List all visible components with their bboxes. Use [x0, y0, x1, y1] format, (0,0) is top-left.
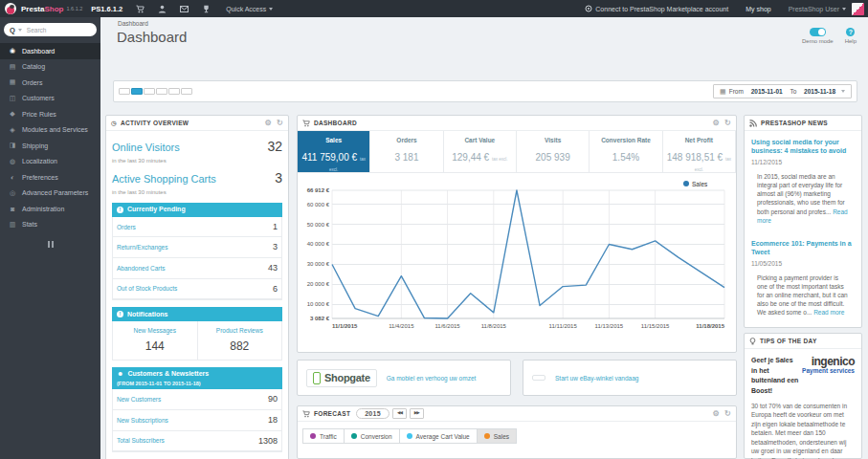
- legend-dot-icon: [310, 433, 316, 439]
- ebay-promo-link[interactable]: Start uw eBay-winkel vandaag: [555, 375, 638, 382]
- messages-icon[interactable]: [180, 5, 189, 13]
- pending-row-label[interactable]: Orders: [117, 223, 136, 231]
- customers-row-label[interactable]: Total Subscribers: [117, 436, 165, 445]
- online-visitors-link[interactable]: Online Visitors: [112, 141, 180, 155]
- news-article-title[interactable]: Using social media for your business: 4 …: [751, 138, 855, 155]
- forecast-year[interactable]: 2015: [356, 408, 389, 419]
- sidebar-item[interactable]: ◎ Advanced Parameters: [0, 186, 100, 202]
- sales-chart: 66 912 €60 000 €50 000 €40 000 €30 000 €…: [298, 173, 736, 349]
- sidebar-collapse-toggle[interactable]: [0, 241, 100, 248]
- customers-newsletters-header: ☻Customers & Newsletters (FROM 2015-11-0…: [112, 367, 282, 390]
- sidebar-item[interactable]: ◉ Dashboard: [0, 43, 100, 59]
- forecast-legend-button[interactable]: Traffic: [302, 428, 345, 444]
- pending-row-label[interactable]: Out of Stock Products: [117, 284, 177, 293]
- refresh-icon[interactable]: ↻: [724, 410, 731, 418]
- ebay-promo-card: Start uw eBay-winkel vandaag: [523, 360, 737, 396]
- notification-cell[interactable]: Product Reviews 882: [197, 321, 282, 360]
- trophy-icon[interactable]: [202, 5, 211, 13]
- gear-icon[interactable]: ⚙: [265, 120, 272, 127]
- cart-icon[interactable]: [136, 5, 145, 13]
- range-button[interactable]: [156, 88, 167, 95]
- topbar-right: Connect to PrestaShop Marketplace accoun…: [585, 3, 868, 15]
- user-avatar[interactable]: [852, 3, 864, 15]
- customers-row-label[interactable]: New Customers: [117, 395, 161, 404]
- sidebar-item[interactable]: ◨ Shipping: [0, 138, 100, 154]
- shopgate-logo[interactable]: Shopgate: [306, 369, 377, 387]
- refresh-icon[interactable]: ↻: [277, 120, 283, 127]
- search-scope-selector[interactable]: Q: [10, 26, 22, 34]
- prestashop-logo[interactable]: [5, 3, 16, 14]
- ingenico-logo[interactable]: ingenico Payment services: [795, 356, 855, 374]
- my-shop-link[interactable]: My shop: [746, 6, 770, 12]
- forecast-legend-button[interactable]: Conversion: [344, 428, 400, 444]
- range-button[interactable]: [131, 88, 143, 95]
- active-carts-value: 3: [275, 169, 282, 188]
- kpi-tile[interactable]: Sales 411 759,00 € tax excl.: [298, 131, 370, 172]
- pending-row-label[interactable]: Abandoned Carts: [117, 264, 166, 273]
- active-carts-link[interactable]: Active Shopping Carts: [112, 172, 216, 186]
- refresh-icon[interactable]: ↻: [724, 120, 731, 127]
- notification-label[interactable]: New Messages: [115, 326, 195, 335]
- sidebar-item[interactable]: ◍ Localization: [0, 154, 100, 170]
- kpi-tile[interactable]: Visits 205 939: [517, 131, 590, 172]
- forecast-legend-button[interactable]: Sales: [477, 428, 517, 444]
- sidebar-item-icon: ◙: [8, 206, 17, 212]
- customers-row[interactable]: New Subscriptions 18: [113, 410, 281, 431]
- sidebar-item-icon: ▤: [8, 63, 17, 71]
- pending-row[interactable]: Out of Stock Products 6: [113, 279, 281, 300]
- forecast-legend-button[interactable]: Average Cart Value: [399, 428, 478, 444]
- brand-name: PrestaShop: [21, 5, 63, 13]
- pending-row[interactable]: Abandoned Carts 43: [113, 258, 281, 279]
- quick-access-menu[interactable]: Quick Access: [226, 6, 273, 12]
- sidebar-item[interactable]: ◆ Price Rules: [0, 106, 100, 122]
- notification-label[interactable]: Product Reviews: [200, 326, 280, 335]
- range-button[interactable]: [168, 88, 180, 95]
- sidebar-item[interactable]: ▤ Catalog: [0, 59, 100, 76]
- demo-mode-toggle[interactable]: [810, 28, 826, 36]
- sidebar-item-icon: ◈: [8, 126, 17, 134]
- sidebar-item-label: Localization: [22, 158, 57, 164]
- panel-header: FORECAST 2015 ◀◀ ▶▶ ⚙↻: [298, 406, 736, 422]
- gear-icon[interactable]: ⚙: [713, 120, 720, 127]
- shopgate-promo-link[interactable]: Ga mobiel en verhoog uw omzet: [387, 375, 477, 382]
- ebay-logo[interactable]: [532, 375, 545, 381]
- panel-header: ◷ ACTIVITY OVERVIEW ⚙↻: [106, 116, 288, 131]
- kpi-tile[interactable]: Orders 3 181: [370, 131, 443, 172]
- sidebar-item-label: Customers: [22, 95, 55, 101]
- pending-row[interactable]: Return/Exchanges 3: [113, 237, 281, 258]
- range-button[interactable]: [181, 88, 192, 95]
- notification-cell[interactable]: New Messages 144: [113, 321, 197, 360]
- customers-table: New Customers 90 New Subscriptions 18 To…: [112, 389, 282, 452]
- employee-icon[interactable]: [158, 5, 167, 13]
- customers-row[interactable]: Total Subscribers 1308: [113, 431, 281, 452]
- sidebar-item[interactable]: ◫ Customers: [0, 91, 100, 107]
- kpi-tile[interactable]: Net Profit 148 918,51 € tax excl.: [663, 131, 736, 172]
- marketplace-connect-link[interactable]: Connect to PrestaShop Marketplace accoun…: [585, 5, 728, 12]
- help-icon[interactable]: ?: [846, 28, 855, 36]
- kpi-tile[interactable]: Cart Value 129,44 € tax excl.: [444, 131, 517, 172]
- search-input[interactable]: Search: [27, 27, 47, 33]
- date-range-picker[interactable]: ▦ From 2015-11-01 To 2015-11-18: [713, 84, 852, 98]
- kpi-tile[interactable]: Conversion Rate 1.54%: [590, 131, 662, 172]
- user-menu[interactable]: PrestaShop User: [789, 6, 846, 12]
- customers-row-label[interactable]: New Subscriptions: [117, 416, 168, 425]
- sidebar-item[interactable]: ▥ Stats: [0, 217, 100, 233]
- previous-year-button[interactable]: ◀◀: [392, 408, 407, 420]
- header-actions: Demo mode ? Help: [802, 28, 857, 44]
- gear-icon[interactable]: ⚙: [713, 410, 720, 418]
- clock-icon: ◷: [111, 120, 117, 127]
- sidebar-item[interactable]: ◈ Modules and Services: [0, 122, 100, 139]
- sidebar-search[interactable]: Q Search: [4, 23, 97, 36]
- read-more-link[interactable]: Read more: [813, 309, 844, 316]
- customers-row[interactable]: New Customers 90: [113, 389, 281, 410]
- pending-row[interactable]: Orders 1: [113, 217, 281, 238]
- pending-row-label[interactable]: Return/Exchanges: [117, 243, 167, 251]
- sidebar-item[interactable]: ▦ Orders: [0, 75, 100, 91]
- next-year-button[interactable]: ▶▶: [410, 408, 424, 420]
- sidebar-item[interactable]: ◐ Preferences: [0, 169, 100, 186]
- range-button[interactable]: [119, 88, 130, 95]
- range-button[interactable]: [144, 88, 155, 95]
- sidebar-item[interactable]: ◙ Administration: [0, 201, 100, 217]
- svg-text:20 000 €: 20 000 €: [307, 281, 330, 287]
- news-article-title[interactable]: Ecommerce 101: Payments in a Tweet: [751, 239, 855, 256]
